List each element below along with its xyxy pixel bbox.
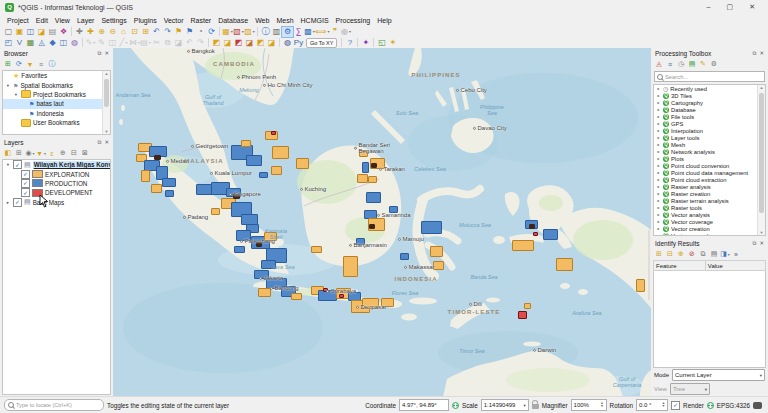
pan-to-selection-icon[interactable]: ✚ [85,27,96,37]
legend-item-production[interactable]: ✓PRODUCTION [3,179,110,188]
collapse-all-icon[interactable]: ⊟ [69,149,79,158]
deselect-features-icon[interactable]: ▧▾ [233,27,244,37]
processing-category-raster-analysis[interactable]: ▸QRaster analysis [654,183,765,190]
processing-category-raster-creation[interactable]: ▸QRaster creation [654,190,765,197]
processing-model-designer-icon[interactable]: ◬ [654,60,664,69]
processing-category-raster-terrain-analysis[interactable]: ▸QRaster terrain analysis [654,197,765,204]
processing-category-raster-tools[interactable]: ▸QRaster tools [654,204,765,211]
search-plugin-icon[interactable]: ◱ [376,38,387,48]
legend-item-development[interactable]: ✓DEVELOPMENT [3,188,110,197]
map-canvas[interactable]: Andaman SeaGulf of ThailandMekongSulu Se… [113,48,651,397]
identify-copy-feature-icon[interactable]: ⧉ [698,250,708,259]
expander-icon[interactable]: ▸ [5,200,11,205]
browser-filter-icon[interactable]: ▼ [25,60,35,69]
save-project-as-icon[interactable]: ◪ [36,27,47,37]
add-raster-layer-icon[interactable]: ▦ [25,38,36,48]
new-project-icon[interactable]: ▢ [3,27,14,37]
filter-by-expression-icon[interactable]: ε [47,149,57,158]
modify-attributes-icon[interactable]: ▤▾ [140,38,151,48]
expander-icon[interactable]: ▸ [656,114,661,119]
browser-collapse-all-icon[interactable]: ≡ [36,60,46,69]
menu-hcmgis[interactable]: HCMGIS [298,17,332,24]
paste-features-icon[interactable]: ◪ [173,38,184,48]
expander-icon[interactable]: ▸ [656,219,661,224]
hcmgis-basemap-globe-icon[interactable]: ◍ [282,38,293,48]
processing-results-viewer-icon[interactable]: ▤ [687,60,697,69]
current-edits-icon[interactable]: ✎▾ [85,38,96,48]
browser-item-favorites[interactable]: ★Favorites [3,71,110,80]
processing-category-plots[interactable]: ▸QPlots [654,155,765,162]
menu-vector[interactable]: Vector [161,17,187,24]
processing-category-point-cloud-data-management[interactable]: ▸QPoint cloud data management [654,169,765,176]
layer-checkbox[interactable]: ✓ [13,160,22,169]
messages-icon[interactable] [753,402,762,409]
identify-close-button[interactable]: ✕ [759,240,764,247]
extents-toggle-icon[interactable] [452,402,459,409]
coordinate-input[interactable]: 4.97°, 94.89° [399,399,449,411]
redo-icon[interactable]: ↷ [195,38,206,48]
processing-close-button[interactable]: ✕ [759,50,764,57]
layer-checkbox[interactable]: ✓ [13,198,22,207]
add-wms-layer-icon[interactable]: ◍ [69,38,80,48]
layer-group-wilayah-kerja-migas-konvensional[interactable]: ▾✓▤Wilayah Kerja Migas Konvensional [3,160,110,169]
expander-icon[interactable]: ▸ [656,233,661,236]
add-delimited-text-layer-icon[interactable]: ◆ [47,38,58,48]
annotations-icon[interactable]: ◎▾ [340,27,351,37]
processing-category-file-tools[interactable]: ▸QFile tools [654,113,765,120]
processing-category-vector-coverage[interactable]: ▸QVector coverage [654,218,765,225]
new-spatial-bookmark-icon[interactable]: ⚑ [173,27,184,37]
add-mesh-layer-icon[interactable]: ◬ [36,38,47,48]
label-move-icon[interactable]: ◪ [244,38,255,48]
add-vector-layer-icon[interactable]: V [14,38,25,48]
zoom-last-icon[interactable]: ↶ [151,27,162,37]
save-layer-edits-icon[interactable]: ◫ [107,38,118,48]
menu-layer[interactable]: Layer [74,17,98,24]
processing-float-button[interactable]: ⧉ [752,50,756,57]
copy-features-icon[interactable]: ⧉ [162,38,173,48]
expand-all-icon[interactable]: ⊕ [58,149,68,158]
processing-category-network-analysis[interactable]: ▸QNetwork analysis [654,148,765,155]
expander-icon[interactable]: ▸ [656,156,661,161]
expander-icon[interactable]: ▸ [656,226,661,231]
menu-database[interactable]: Database [215,17,251,24]
legend-item-exploration[interactable]: ✓EXPLORATION [3,169,110,178]
processing-toolbox-toggle-icon[interactable]: ⚙ [282,27,293,37]
processing-search-input[interactable]: Search... [654,71,765,82]
browser-item-user-bookmarks[interactable]: User Bookmarks [3,118,110,127]
measure-line-icon[interactable]: ⟺▾ [315,27,329,37]
locate-search-input[interactable]: Type to locate (Ctrl+K) [4,399,104,411]
expander-icon[interactable]: ▸ [656,212,661,217]
expander-icon[interactable]: ▸ [656,170,661,175]
browser-refresh-icon[interactable]: ⟳ [14,60,24,69]
identify-clear-results-icon[interactable]: ⊘ [687,250,697,259]
browser-item-project-bookmarks[interactable]: ▾Project Bookmarks [3,90,110,99]
save-project-icon[interactable]: ◫ [25,27,36,37]
browser-scrollbar[interactable]: ▲ ▼ [102,71,110,134]
processing-category-database[interactable]: ▸QDatabase [654,106,765,113]
zoom-full-icon[interactable]: ⌂ [118,27,129,37]
undo-icon[interactable]: ↶ [184,38,195,48]
processing-category-vector-creation[interactable]: ▸QVector creation [654,225,765,232]
expander-icon[interactable]: ▸ [656,142,661,147]
select-features-icon[interactable]: ▦▾ [222,27,233,37]
processing-edit-in-place-icon[interactable]: ✎ [698,60,708,69]
zoom-in-icon[interactable]: ⊕ [96,27,107,37]
browser-item-indonesia[interactable]: ⚑Indonesia [3,109,110,118]
expander-icon[interactable]: ▸ [656,128,661,133]
expander-icon[interactable]: ▾ [5,83,11,88]
open-attribute-table-icon[interactable]: ▥ [271,27,282,37]
show-spatial-bookmarks-icon[interactable]: ⚑ [184,27,195,37]
vertex-tool-icon[interactable]: ⋈▾ [129,38,140,48]
menu-help[interactable]: Help [374,17,394,24]
cut-features-icon[interactable]: ✂ [151,38,162,48]
open-project-icon[interactable]: ▣ [14,27,25,37]
temporal-controller-icon[interactable]: ◔ [195,27,206,37]
browser-close-button[interactable]: ✕ [104,50,109,57]
zoom-to-selection-icon[interactable]: ⊡ [129,27,140,37]
toggle-editing-icon[interactable]: ✎ [96,38,107,48]
zoom-next-icon[interactable]: ↷ [162,27,173,37]
menu-settings[interactable]: Settings [98,17,129,24]
map-tips-icon[interactable]: ❞ [329,27,340,37]
processing-category-cartography[interactable]: ▸QCartography [654,99,765,106]
select-by-form-icon[interactable]: ▨▾ [244,27,255,37]
